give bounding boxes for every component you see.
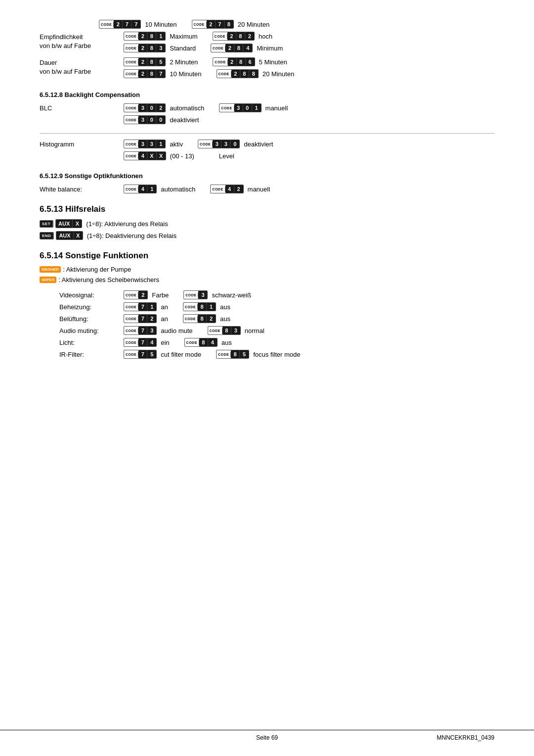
code-badge-84: CODE 8 4 [184,338,218,347]
code-desc-bel-an: an [161,315,168,323]
code-group-beh-an: CODE 7 1 an [124,302,168,311]
washer-badge: WASHER [40,266,61,273]
code-group-am-normal: CODE 8 3 normal [208,326,265,335]
dauer-codes: CODE 2 8 5 2 Minuten CODE 2 8 6 5 Minute… [124,57,494,81]
videosignal-label: Videosignal: [59,291,124,299]
ir-filter-label: IR-Filter: [59,351,124,358]
backlight-header: 6.5.12.8 Backlight Compensation [40,91,494,98]
histogramm-section: Histogramm CODE 3 3 1 aktiv CODE 3 [40,140,494,163]
licht-row: Licht: CODE 7 4 ein CODE 8 4 aus [59,338,494,347]
code-group-300: CODE 3 0 0 deaktiviert [124,115,199,124]
code-badge-vs2: CODE 2 [124,290,148,299]
code-desc-farbe: Farbe [152,291,169,299]
code-num-7b: 7 [132,20,140,28]
section-dauer: Dauervon b/w auf Farbe CODE 2 8 5 2 Minu… [40,57,494,81]
code-badge-278: CODE 2 7 8 [192,20,234,29]
code-group-licht-aus: CODE 8 4 aus [184,338,232,347]
beheizung-label: Beheizung: [59,303,124,311]
code-desc-cut-filter: cut filter mode [161,351,201,358]
code-group-277: CODE 2 7 7 10 Minuten [99,20,177,29]
code-group-287: CODE 2 8 7 10 Minuten [124,69,202,78]
level-label: Level [219,152,234,160]
code-badge-331: CODE 3 3 1 [124,140,166,148]
code-desc-schwarz-weiss: schwarz-weiß [212,291,251,299]
code-desc-wb-manuell: manuell [248,186,270,193]
code-badge-288: CODE 2 8 8 [217,69,259,78]
code-desc-deaktiviert-blc: deaktiviert [170,116,199,124]
footer: Seite 69 MNNCEKRKB1_0439 [0,730,534,741]
code-label-2: CODE [192,22,207,27]
code-desc-10min-b: 10 Minuten [170,70,201,78]
code-group-beh-aus: CODE 8 1 aus [183,302,230,311]
code-group-281: CODE 2 8 1 Maximum [124,32,198,41]
row-blc-auto-manuell: CODE 3 0 2 automatisch CODE 3 0 1 manuel… [124,103,494,112]
section-optik: 6.5.12.9 Sonstige Optikfunktionen White … [40,172,494,193]
code-group-vs-sw: CODE 3 schwarz-weiß [183,290,251,299]
empfindlichkeit-codes: CODE 2 8 1 Maximum CODE 2 8 2 hoch [124,32,494,55]
code-badge-284: CODE 2 8 4 [211,44,253,52]
footer-left [40,734,138,741]
blc-codes: CODE 3 0 2 automatisch CODE 3 0 1 manuel… [124,103,494,127]
code-badge-330: CODE 3 3 0 [198,140,240,148]
code-badge-300: CODE 3 0 0 [124,115,166,124]
section-sonstige-funk: 6.5.14 Sonstige Funktionen WASHER : Akti… [40,251,494,359]
code-num-8a: 8 [224,20,233,28]
relay-set-text: (1÷8): Aktivierung des Relais [86,220,168,228]
code-num-7a: 7 [123,20,132,28]
code-desc-audio-mute: audio mute [161,327,192,334]
code-group-4xx: CODE 4 X X (00 - 13) [124,151,194,160]
wiper-badge: WIPER [40,277,56,283]
code-badge-302: CODE 3 0 2 [124,103,166,112]
code-desc-20min-b: 20 Minuten [263,70,294,78]
end-label: END [40,233,53,239]
blc-section: BLC CODE 3 0 2 automatisch CODE 3 [40,103,494,127]
histogramm-codes: CODE 3 3 1 aktiv CODE 3 3 0 deaktiviert [124,140,494,163]
code-num-2: 2 [114,20,123,28]
code-desc-automatisch: automatisch [170,104,204,112]
code-desc-0013: (00 - 13) [170,152,194,160]
row-2min-5min: CODE 2 8 5 2 Minuten CODE 2 8 6 5 Minute… [124,57,494,66]
code-desc-manuell: manuell [266,104,288,112]
washer-row: WASHER : Aktivierung der Pumpe [40,266,494,273]
code-desc-aktiv: aktiv [170,141,183,148]
audio-muting-row: Audio muting: CODE 7 3 audio mute CODE 8… [59,326,494,335]
code-desc-wb-auto: automatisch [161,186,195,193]
code-desc-licht-aus: aus [222,339,232,346]
aux-badge-end: AUX X [56,231,83,240]
code-badge-42: CODE 4 2 [210,185,243,193]
row-10min-20min-dauer: CODE 2 8 7 10 Minuten CODE 2 8 8 20 Minu… [124,69,494,78]
code-group-302: CODE 3 0 2 automatisch [124,103,204,112]
code-group-330: CODE 3 3 0 deaktiviert [198,140,273,148]
code-badge-85: CODE 8 5 [216,350,249,359]
code-badge-282: CODE 2 8 2 [213,32,255,41]
code-badge-75: CODE 7 5 [124,350,157,359]
relay-end-row: END AUX X (1÷8): Deaktivierung des Relai… [40,231,494,240]
code-desc-5min: 5 Minuten [259,58,287,66]
code-group-41: CODE 4 1 automatisch [124,185,195,193]
audio-muting-label: Audio muting: [59,327,124,334]
code-desc-beh-aus: aus [220,303,230,311]
wiper-row: WIPER : Aktivierung des Scheibenwischers [40,276,494,284]
code-group-bel-an: CODE 7 2 an [124,314,168,323]
code-group-vs-farbe: CODE 2 Farbe [124,290,169,299]
histogramm-label: Histogramm [40,140,124,148]
belueftung-label: Belüftung: [59,315,124,323]
code-group-301: CODE 3 0 1 manuell [219,103,288,112]
blc-label: BLC [40,103,124,112]
wb-codes: CODE 4 1 automatisch CODE 4 2 manuell [124,185,285,193]
code-desc-standard: Standard [170,45,196,52]
washer-desc: : Aktivierung der Pumpe [63,266,131,273]
hilfsrelais-header: 6.5.13 Hilfsrelais [40,204,494,214]
code-group-irf-cut: CODE 7 5 cut filter mode [124,350,201,359]
code-badge-281: CODE 2 8 1 [124,32,166,41]
code-group-331: CODE 3 3 1 aktiv [124,140,183,148]
code-group-288: CODE 2 8 8 20 Minuten [217,69,295,78]
code-badge-301: CODE 3 0 1 [219,103,261,112]
row-timing-1: CODE 2 7 7 10 Minuten CODE 2 7 8 20 Minu… [99,20,494,29]
footer-center: Seite 69 [256,734,278,741]
footer-right: MNNCEKRKB1_0439 [396,734,494,741]
row-standard-minimum: CODE 2 8 3 Standard CODE 2 8 4 Minimum [124,44,494,52]
wiper-desc: : Aktivierung des Scheibenwischers [58,276,159,284]
code-badge-286: CODE 2 8 6 [213,57,255,66]
code-desc-maximum: Maximum [170,33,197,40]
